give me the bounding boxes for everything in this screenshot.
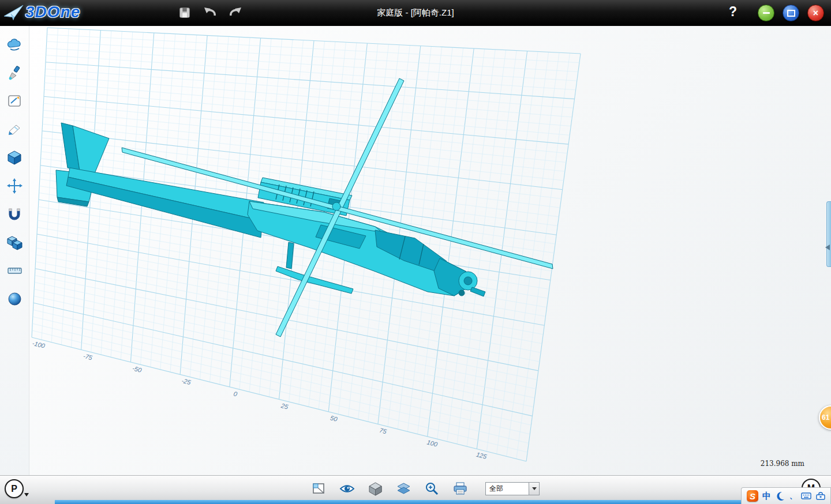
helicopter-model[interactable] bbox=[56, 78, 553, 337]
combine-solids-icon[interactable] bbox=[7, 235, 23, 250]
collapsed-panel-handle[interactable] bbox=[826, 201, 831, 267]
axis-label: -75 bbox=[83, 352, 93, 362]
display-filter-value: 全部 bbox=[486, 484, 529, 494]
feature-solid-icon[interactable] bbox=[7, 150, 23, 166]
transform-move-icon[interactable] bbox=[7, 178, 23, 194]
paint-color-icon[interactable] bbox=[7, 65, 23, 81]
ime-keyboard-icon[interactable] bbox=[801, 491, 811, 501]
layers-icon[interactable] bbox=[396, 481, 411, 497]
sketch-icon[interactable] bbox=[7, 93, 23, 109]
display-filter-arrow-box[interactable] bbox=[529, 483, 539, 495]
axis-label: 100 bbox=[426, 438, 439, 447]
ime-toolbox-icon[interactable] bbox=[815, 491, 826, 501]
paper-plane-icon bbox=[3, 3, 24, 21]
restore-icon bbox=[787, 10, 795, 17]
brand-text: 3DOne bbox=[25, 3, 80, 21]
minimize-button[interactable] bbox=[758, 5, 774, 21]
view-cube-icon[interactable] bbox=[368, 481, 383, 497]
window-title: 家庭版 - [阿帕奇.Z1] bbox=[0, 0, 831, 25]
chevron-down-icon bbox=[532, 487, 537, 490]
render-material-icon[interactable] bbox=[7, 37, 23, 52]
axis-label: 50 bbox=[330, 414, 339, 423]
sketch-edit-icon[interactable] bbox=[7, 122, 23, 137]
left-toolbar bbox=[0, 25, 29, 476]
axis-label: 75 bbox=[379, 427, 388, 435]
ime-logo[interactable]: S bbox=[747, 490, 758, 502]
material-sphere-icon[interactable] bbox=[7, 291, 23, 307]
viewport[interactable]: -100-75-50-250255075100125 i3DOne bbox=[29, 25, 831, 476]
axis-label: 0 bbox=[233, 390, 238, 397]
axis-label: -25 bbox=[181, 377, 192, 386]
window-controls: × bbox=[758, 5, 824, 21]
visibility-eye-icon[interactable] bbox=[339, 481, 355, 497]
pattern-dropdown-caret-icon[interactable] bbox=[24, 493, 29, 497]
axis-label: 125 bbox=[476, 451, 488, 460]
undo-icon[interactable] bbox=[202, 5, 218, 21]
pattern-button-label: P bbox=[11, 484, 17, 494]
measurement-readout: 213.968 mm bbox=[761, 460, 804, 468]
taskbar-strip bbox=[55, 500, 831, 504]
expand-panel-arrow-icon[interactable] bbox=[825, 245, 830, 250]
restore-button[interactable] bbox=[783, 5, 799, 21]
3d-canvas[interactable]: -100-75-50-250255075100125 i3DOne bbox=[29, 25, 831, 476]
show-plane-icon[interactable] bbox=[311, 481, 327, 497]
help-button[interactable]: ? bbox=[729, 4, 737, 20]
close-icon: × bbox=[813, 8, 818, 18]
notification-count: 61 bbox=[822, 413, 829, 422]
zoom-icon[interactable] bbox=[424, 481, 440, 497]
print-icon[interactable] bbox=[452, 481, 468, 497]
ime-fullwidth-moon-icon[interactable] bbox=[775, 491, 785, 501]
axis-label: -50 bbox=[132, 364, 143, 374]
ime-punctuation-toggle[interactable]: 、 bbox=[789, 490, 797, 502]
close-button[interactable]: × bbox=[807, 5, 824, 21]
view-tools: 全部 bbox=[311, 481, 540, 497]
minimize-icon bbox=[763, 12, 770, 14]
redo-icon[interactable] bbox=[227, 5, 244, 21]
ime-toolbar: S 中 、 bbox=[741, 487, 831, 504]
display-filter-select[interactable]: 全部 bbox=[485, 482, 540, 495]
quick-toolbar bbox=[177, 0, 244, 25]
axis-label: 25 bbox=[280, 402, 290, 411]
axis-label: -100 bbox=[32, 340, 46, 349]
ime-language-toggle[interactable]: 中 bbox=[762, 490, 771, 502]
titlebar: 3DOne 家庭版 - [阿帕奇.Z1] ? × bbox=[0, 0, 831, 26]
save-icon[interactable] bbox=[177, 5, 193, 21]
assembly-magnet-icon[interactable] bbox=[7, 206, 23, 222]
measure-ruler-icon[interactable] bbox=[7, 263, 23, 279]
app-logo: 3DOne bbox=[3, 3, 80, 21]
pattern-button[interactable]: P bbox=[5, 479, 24, 498]
bottom-toolbar: P bbox=[0, 475, 831, 504]
